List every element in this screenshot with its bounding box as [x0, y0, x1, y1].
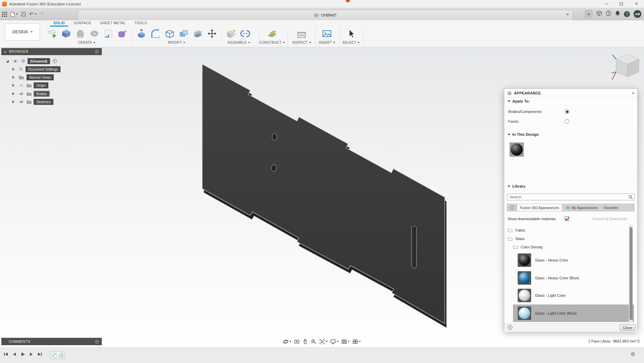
collapse-browser-icon[interactable]: « [4, 49, 6, 54]
user-avatar[interactable]: AM [634, 10, 641, 18]
material-row[interactable]: Glass - Light Color [513, 287, 634, 304]
job-status-button[interactable] [606, 10, 611, 17]
combine-button[interactable] [177, 27, 191, 41]
orbit-button[interactable] [282, 338, 292, 345]
extensions-button[interactable] [596, 10, 602, 17]
close-window-button[interactable]: ✕ [629, 0, 644, 8]
show-downloadable-checkbox[interactable] [565, 216, 569, 221]
revolve-button[interactable] [87, 27, 101, 41]
browser-root-row[interactable]: (Unsaved) [6, 57, 57, 65]
move-copy-button[interactable] [205, 27, 219, 41]
browser-row-document-settings[interactable]: ⚙ Document Settings [12, 66, 60, 73]
save-button[interactable] [21, 12, 26, 16]
visibility-eye-icon[interactable] [19, 84, 24, 87]
skip-to-end-button[interactable] [37, 352, 42, 357]
tab-favorites[interactable]: Favorites [601, 204, 621, 211]
tab-surface[interactable]: SURFACE [69, 20, 95, 26]
material-row[interactable]: Glass - Heavy Color (Blue) [513, 269, 634, 287]
minimize-button[interactable] [599, 0, 614, 8]
appearance-panel-header[interactable]: APPEARANCE » [504, 89, 637, 97]
apply-to-section-header[interactable]: Apply To: [508, 99, 530, 103]
library-scrollbar[interactable] [629, 225, 633, 323]
sketch-feature-1[interactable] [52, 353, 57, 358]
file-menu-button[interactable] [10, 12, 18, 17]
new-component-button[interactable] [224, 27, 238, 41]
tab-sheet-metal[interactable]: SHEET METAL [96, 20, 130, 26]
press-pull-button[interactable] [134, 27, 148, 41]
insert-group-dropdown[interactable]: INSERT [319, 41, 335, 44]
hole-1[interactable] [272, 133, 277, 140]
tab-solid[interactable]: SOLID [49, 20, 69, 26]
browser-row-sketches[interactable]: Sketches [12, 98, 53, 105]
in-this-design-section-header[interactable]: In This Design [508, 132, 539, 136]
select-button[interactable] [344, 27, 358, 41]
expander-icon[interactable] [12, 68, 14, 71]
info-button[interactable]: i [508, 325, 512, 330]
joint-button[interactable] [238, 27, 252, 41]
help-button[interactable]: ? [624, 11, 630, 17]
notifications-button[interactable] [615, 10, 620, 17]
step-forward-button[interactable] [29, 352, 34, 357]
tab-my-appearances[interactable]: My Appearances [562, 204, 601, 211]
expander-open-icon[interactable] [6, 60, 9, 63]
design-material-swatch[interactable] [510, 143, 524, 157]
display-settings-button[interactable] [330, 338, 339, 345]
visibility-eye-icon[interactable] [19, 92, 24, 95]
browser-row-bodies[interactable]: Bodies [12, 90, 50, 97]
visibility-eye-icon[interactable] [13, 59, 18, 63]
activate-component-radio[interactable] [53, 59, 57, 63]
play-button[interactable] [20, 352, 26, 357]
extrude-button[interactable] [73, 27, 87, 41]
new-document-button[interactable]: + [585, 10, 593, 18]
select-group-dropdown[interactable]: SELECT [342, 41, 359, 44]
comments-bar[interactable]: COMMENTS [1, 338, 102, 345]
document-tab[interactable]: Untitled* ✕ [78, 10, 573, 20]
browser-item-label[interactable]: Origin [34, 82, 48, 88]
browser-item-label[interactable]: Named Views [27, 74, 54, 80]
zoom-button[interactable] [310, 338, 317, 345]
folder-row-color-density[interactable]: Color Density [513, 243, 543, 251]
step-back-button[interactable] [12, 352, 17, 357]
create-sketch-button[interactable] [45, 27, 59, 41]
construct-group-dropdown[interactable]: CONSTRUCT [259, 41, 285, 44]
redo-button[interactable]: ↷ [40, 11, 44, 17]
pattern-button[interactable] [101, 27, 116, 41]
fillet-button[interactable] [148, 27, 163, 41]
faces-radio[interactable] [565, 119, 569, 124]
grid-settings-button[interactable] [341, 338, 350, 345]
primitive-box-button[interactable] [59, 27, 73, 41]
timeline-settings-button[interactable]: ⚙ [631, 351, 635, 357]
library-search-input[interactable] [507, 194, 635, 200]
inspect-group-dropdown[interactable]: INSPECT [292, 41, 311, 44]
browser-item-label[interactable]: Document Settings [26, 66, 61, 72]
material-row-selected[interactable]: Glass - Light Color (Blue) [513, 305, 634, 322]
folder-row-glass[interactable]: Glass [508, 235, 525, 242]
construct-plane-button[interactable] [265, 27, 279, 41]
tab-tools[interactable]: TOOLS [130, 20, 151, 26]
create-group-dropdown[interactable]: CREATE [78, 41, 95, 44]
browser-item-label[interactable]: Sketches [34, 99, 53, 105]
look-at-button[interactable] [293, 338, 300, 345]
slot[interactable] [412, 226, 417, 268]
offset-face-button[interactable] [191, 27, 205, 41]
folder-row-fabric[interactable]: Fabric [508, 227, 526, 234]
modify-group-dropdown[interactable]: MODIFY [168, 41, 185, 44]
tab-fusion-appearances[interactable]: Fusion 360 Appearances [517, 204, 562, 211]
library-section-header[interactable]: Library [508, 184, 525, 188]
view-cube[interactable] [611, 52, 643, 84]
expander-icon[interactable] [12, 92, 14, 95]
maximize-button[interactable] [614, 0, 629, 8]
close-tab-button[interactable]: ✕ [566, 12, 569, 17]
hole-2[interactable] [271, 165, 276, 171]
pan-button[interactable] [302, 338, 309, 345]
root-document-label[interactable]: (Unsaved) [28, 58, 50, 64]
app-grid-button[interactable] [2, 12, 7, 17]
browser-display-toggle[interactable] [95, 50, 99, 53]
expander-icon[interactable] [12, 100, 14, 103]
close-panel-button[interactable]: Close [620, 325, 635, 331]
create-form-button[interactable] [116, 27, 130, 41]
browser-row-named-views[interactable]: Named Views [12, 74, 54, 81]
browser-row-origin[interactable]: Origin [12, 82, 48, 89]
shell-button[interactable] [163, 27, 177, 41]
browser-item-label[interactable]: Bodies [34, 91, 50, 97]
